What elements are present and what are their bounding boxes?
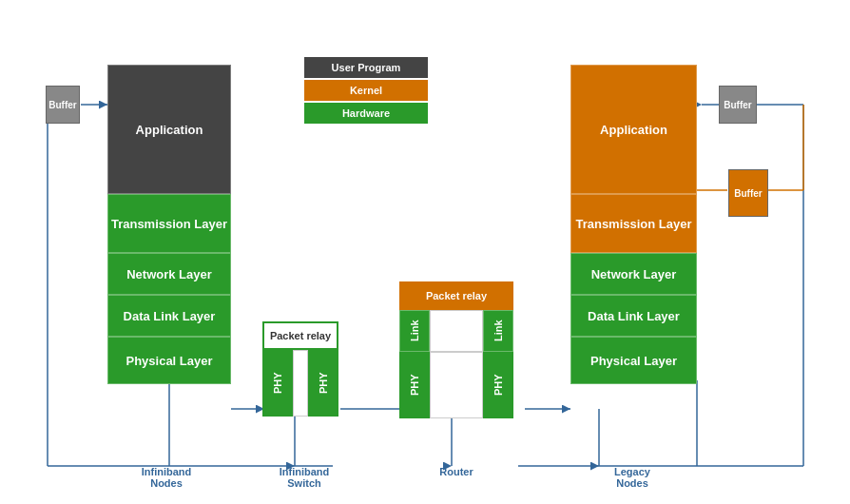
infiniband-nodes-label: InfinibandNodes xyxy=(114,466,219,489)
legacy-nodes-label: LegacyNodes xyxy=(580,466,685,489)
right-stack: Application Transmission Layer Network L… xyxy=(570,65,697,384)
legend: User Program Kernel Hardware xyxy=(304,57,437,126)
legend-kernel: Kernel xyxy=(304,80,437,101)
left-network-layer: Network Layer xyxy=(107,253,231,295)
router-label: Router xyxy=(423,466,490,477)
switch-phy-2: PHY xyxy=(308,350,338,417)
right-buffer-mid: Buffer xyxy=(728,169,768,217)
router-area: Packet relay Link Link PHY PHY xyxy=(399,281,523,418)
right-physical-layer: Physical Layer xyxy=(570,337,697,384)
router-phy-row: PHY PHY xyxy=(399,352,523,418)
legend-hardware-box: Hardware xyxy=(304,103,428,124)
right-buffer-top: Buffer xyxy=(719,86,757,124)
left-stack: Application Transmission Layer Network L… xyxy=(107,65,231,384)
right-datalink-layer: Data Link Layer xyxy=(570,295,697,337)
left-transmission-layer: Transmission Layer xyxy=(107,194,231,253)
switch-phy-row: PHY PHY xyxy=(262,350,338,417)
right-network-layer: Network Layer xyxy=(570,253,697,295)
router-gap-1 xyxy=(430,310,483,352)
right-transmission-layer: Transmission Layer xyxy=(570,194,697,253)
router-link-1: Link xyxy=(399,310,430,352)
legend-user-box: User Program xyxy=(304,57,428,78)
diagram: User Program Kernel Hardware Buffer Appl… xyxy=(0,0,850,504)
router-packet-relay: Packet relay xyxy=(399,281,513,310)
left-datalink-layer: Data Link Layer xyxy=(107,295,231,337)
switch-packet-relay: Packet relay xyxy=(262,321,338,350)
router-phy-2: PHY xyxy=(483,352,513,418)
router-phy-1: PHY xyxy=(399,352,430,418)
router-gap-2 xyxy=(430,352,483,418)
router-link-2: Link xyxy=(483,310,513,352)
left-physical-layer: Physical Layer xyxy=(107,337,231,384)
legend-kernel-box: Kernel xyxy=(304,80,428,101)
right-application-layer: Application xyxy=(570,65,697,194)
infiniband-switch-area: Packet relay PHY PHY xyxy=(262,321,338,417)
router-link-row: Link Link xyxy=(399,310,523,352)
left-buffer-top: Buffer xyxy=(46,86,80,124)
legend-hardware: Hardware xyxy=(304,103,437,124)
legend-user-program: User Program xyxy=(304,57,437,78)
switch-phy-1: PHY xyxy=(262,350,293,417)
left-application-layer: Application xyxy=(107,65,231,194)
infiniband-switch-label: InfinibandSwitch xyxy=(261,466,347,489)
